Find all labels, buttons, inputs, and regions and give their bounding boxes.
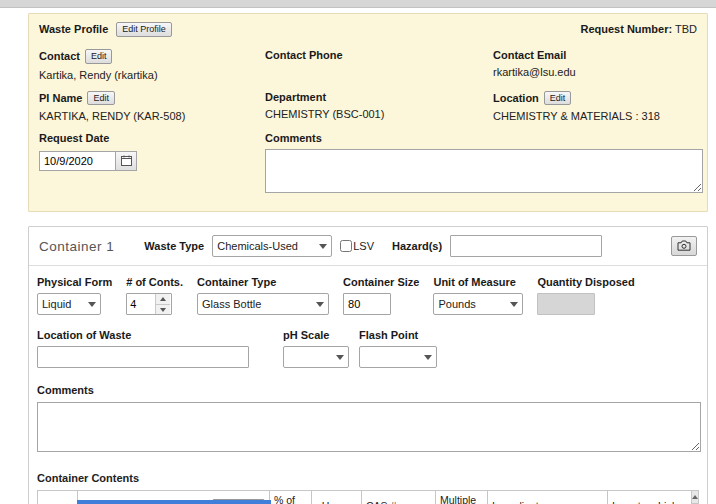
location-of-waste-input[interactable]	[37, 346, 249, 368]
header-ph: pH	[312, 491, 362, 504]
contact-email-field: Contact Email rkartika@lsu.edu	[493, 45, 697, 85]
camera-icon	[677, 239, 691, 254]
table-scrollbar[interactable]	[692, 490, 699, 504]
department-value: CHEMISTRY (BSC-001)	[265, 108, 487, 120]
profile-comments-field: Comments	[265, 128, 697, 199]
container-size-field: Container Size	[343, 276, 419, 315]
contact-email-label: Contact Email	[493, 49, 566, 61]
contact-field: Contact Edit Kartika, Rendy (rkartika)	[39, 45, 265, 85]
ph-scale-select[interactable]	[283, 346, 349, 368]
contact-phone-label: Contact Phone	[265, 49, 343, 61]
container-comments-textarea[interactable]	[37, 402, 701, 452]
container-contents-title: Container Contents	[29, 454, 707, 490]
physical-form-label: Physical Form	[37, 276, 112, 288]
location-field: Location Edit CHEMISTRY & MATERIALS : 31…	[493, 87, 697, 127]
request-date-label: Request Date	[39, 132, 109, 144]
container-comments-label: Comments	[37, 384, 94, 396]
quantity-disposed-input	[537, 293, 595, 315]
container-title: Container 1	[39, 239, 114, 254]
profile-comments-label: Comments	[265, 132, 322, 144]
num-containers-field: # of Conts.	[126, 276, 183, 315]
container-form-row1: Physical Form Liquid # of Conts.	[29, 266, 707, 315]
contact-email-value: rkartika@lsu.edu	[493, 66, 691, 78]
row-selection-indicator	[77, 500, 271, 504]
pi-name-value: KARTIKA, RENDY (KAR-508)	[39, 110, 259, 122]
request-date-field: Request Date	[39, 128, 265, 199]
edit-contact-button[interactable]: Edit	[85, 49, 113, 64]
container-type-label: Container Type	[197, 276, 329, 288]
pi-name-field: PI Name Edit KARTIKA, RENDY (KAR-508)	[39, 87, 265, 127]
waste-type-label: Waste Type	[144, 240, 204, 252]
quantity-disposed-label: Quantity Disposed	[537, 276, 634, 288]
stepper-up-button[interactable]	[156, 294, 170, 304]
request-date-input[interactable]	[39, 151, 115, 171]
physical-form-select[interactable]: Liquid	[37, 293, 101, 315]
scroll-up-icon	[692, 495, 698, 499]
location-value: CHEMISTRY & MATERIALS : 318	[493, 110, 691, 122]
container-type-field: Container Type Glass Bottle	[197, 276, 329, 315]
contact-label: Contact	[39, 50, 80, 62]
location-of-waste-label: Location of Waste	[37, 329, 283, 341]
location-of-waste-field: Location of Waste	[37, 329, 283, 368]
waste-type-select[interactable]: Chemicals-Used	[212, 235, 332, 257]
header-multiple-ingredients: Multiple Ingredients	[436, 491, 488, 504]
department-field: Department CHEMISTRY (BSC-001)	[265, 87, 493, 127]
flash-point-label: Flash Point	[359, 329, 437, 341]
top-bar	[0, 0, 716, 8]
header-ingredients: Ingredients	[488, 491, 608, 504]
panel-title: Waste Profile	[39, 23, 108, 35]
num-containers-stepper	[155, 294, 170, 314]
edit-pi-button[interactable]: Edit	[87, 91, 115, 106]
edit-profile-button[interactable]: Edit Profile	[116, 22, 172, 37]
contact-phone-field: Contact Phone	[265, 45, 493, 85]
lsv-label: LSV	[353, 240, 374, 252]
pi-name-label: PI Name	[39, 92, 82, 104]
header-row-selector	[38, 491, 78, 504]
waste-profile-header: Waste Profile Edit Profile Request Numbe…	[29, 14, 707, 39]
physical-form-field: Physical Form Liquid	[37, 276, 112, 315]
header-cas: CAS #	[362, 491, 436, 504]
container-panel: Container 1 Waste Type Chemicals-Used LS…	[28, 226, 708, 504]
page: Waste Profile Edit Profile Request Numbe…	[0, 8, 716, 504]
flash-point-select[interactable]	[359, 346, 437, 368]
num-containers-label: # of Conts.	[126, 276, 183, 288]
profile-fields: Contact Edit Kartika, Rendy (rkartika) C…	[29, 39, 707, 212]
lsv-checkbox[interactable]	[340, 240, 352, 252]
request-number-value: TBD	[675, 23, 697, 35]
ph-scale-field: pH Scale	[283, 329, 349, 368]
header-percent-of-content: % of Content	[270, 491, 312, 504]
hazards-input[interactable]	[450, 235, 602, 257]
unit-of-measure-label: Unit of Measure	[433, 276, 523, 288]
container-size-input[interactable]	[343, 293, 391, 315]
ph-scale-label: pH Scale	[283, 329, 349, 341]
header-inventory-link: Inventory Link	[608, 491, 692, 504]
container-header: Container 1 Waste Type Chemicals-Used LS…	[29, 227, 707, 266]
container-type-select[interactable]: Glass Bottle	[197, 293, 329, 315]
edit-location-button[interactable]: Edit	[544, 91, 572, 106]
num-containers-input[interactable]	[127, 294, 155, 314]
department-label: Department	[265, 91, 326, 103]
contact-value: Kartika, Rendy (rkartika)	[39, 69, 259, 81]
unit-of-measure-select[interactable]: Pounds	[433, 293, 523, 315]
waste-profile-panel: Waste Profile Edit Profile Request Numbe…	[28, 13, 708, 212]
flash-point-field: Flash Point	[359, 329, 437, 368]
container-size-label: Container Size	[343, 276, 419, 288]
scroll-up-button[interactable]	[692, 491, 698, 504]
container-comments-field: Comments	[29, 368, 707, 454]
request-number: Request Number: TBD	[580, 23, 697, 35]
arrow-up-icon	[160, 297, 166, 301]
container-form-row2: Location of Waste pH Scale Flash Point	[29, 315, 707, 368]
unit-of-measure-field: Unit of Measure Pounds	[433, 276, 523, 315]
quantity-disposed-field: Quantity Disposed	[537, 276, 634, 315]
photo-button[interactable]	[671, 236, 697, 256]
hazards-label: Hazard(s)	[392, 240, 442, 252]
arrow-down-icon	[160, 308, 166, 312]
stepper-down-button[interactable]	[156, 304, 170, 315]
calendar-button[interactable]	[115, 151, 137, 171]
profile-comments-textarea[interactable]	[265, 149, 703, 193]
request-number-label: Request Number:	[580, 23, 672, 35]
location-label: Location	[493, 92, 539, 104]
calendar-icon	[121, 154, 132, 169]
